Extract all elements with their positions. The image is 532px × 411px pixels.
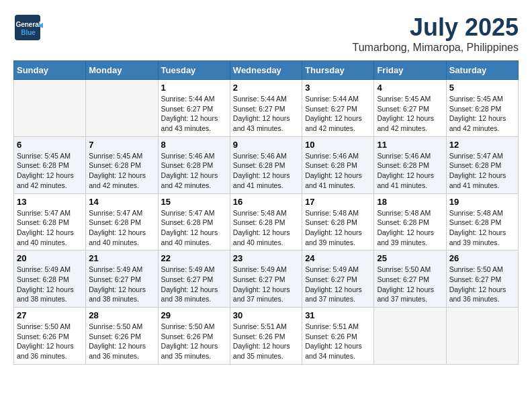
day-number: 11	[377, 140, 443, 150]
calendar-header-row: SundayMondayTuesdayWednesdayThursdayFrid…	[14, 61, 519, 80]
day-info: Sunrise: 5:50 AM Sunset: 6:27 PM Dayligh…	[449, 265, 515, 304]
day-info: Sunrise: 5:49 AM Sunset: 6:28 PM Dayligh…	[17, 265, 83, 304]
calendar-cell	[14, 80, 86, 137]
day-number: 21	[89, 253, 154, 263]
calendar-cell: 28Sunrise: 5:50 AM Sunset: 6:26 PM Dayli…	[86, 308, 158, 365]
day-number: 18	[377, 197, 443, 207]
calendar-cell: 12Sunrise: 5:47 AM Sunset: 6:28 PM Dayli…	[446, 136, 518, 193]
day-info: Sunrise: 5:44 AM Sunset: 6:27 PM Dayligh…	[161, 94, 227, 134]
day-info: Sunrise: 5:49 AM Sunset: 6:27 PM Dayligh…	[233, 265, 299, 304]
calendar-cell: 9Sunrise: 5:46 AM Sunset: 6:28 PM Daylig…	[230, 136, 302, 193]
day-number: 14	[89, 197, 154, 207]
day-number: 16	[233, 197, 299, 207]
calendar-cell: 5Sunrise: 5:45 AM Sunset: 6:28 PM Daylig…	[446, 80, 518, 137]
calendar-cell: 25Sunrise: 5:50 AM Sunset: 6:27 PM Dayli…	[374, 250, 446, 308]
day-of-week-wednesday: Wednesday	[230, 61, 302, 80]
logo-icon: General Blue	[13, 13, 43, 43]
day-info: Sunrise: 5:51 AM Sunset: 6:26 PM Dayligh…	[233, 322, 299, 361]
calendar-cell: 22Sunrise: 5:49 AM Sunset: 6:27 PM Dayli…	[158, 250, 230, 308]
day-info: Sunrise: 5:45 AM Sunset: 6:28 PM Dayligh…	[89, 151, 154, 191]
calendar-cell: 24Sunrise: 5:49 AM Sunset: 6:27 PM Dayli…	[302, 250, 374, 308]
day-info: Sunrise: 5:45 AM Sunset: 6:27 PM Dayligh…	[377, 94, 443, 134]
day-number: 28	[89, 310, 154, 320]
calendar-cell: 10Sunrise: 5:46 AM Sunset: 6:28 PM Dayli…	[302, 136, 374, 193]
day-info: Sunrise: 5:44 AM Sunset: 6:27 PM Dayligh…	[233, 94, 299, 134]
calendar-cell	[374, 308, 446, 365]
day-number: 27	[17, 310, 83, 320]
day-info: Sunrise: 5:48 AM Sunset: 6:28 PM Dayligh…	[449, 208, 515, 248]
calendar-cell: 4Sunrise: 5:45 AM Sunset: 6:27 PM Daylig…	[374, 80, 446, 137]
day-info: Sunrise: 5:45 AM Sunset: 6:28 PM Dayligh…	[449, 94, 515, 134]
day-number: 2	[233, 83, 299, 93]
day-info: Sunrise: 5:50 AM Sunset: 6:27 PM Dayligh…	[377, 265, 443, 304]
calendar-cell: 3Sunrise: 5:44 AM Sunset: 6:27 PM Daylig…	[302, 80, 374, 137]
calendar-week-row: 13Sunrise: 5:47 AM Sunset: 6:28 PM Dayli…	[14, 193, 519, 250]
day-of-week-tuesday: Tuesday	[158, 61, 230, 80]
page-subtitle: Tumarbong, Mimaropa, Philippines	[352, 42, 519, 54]
calendar-cell: 21Sunrise: 5:49 AM Sunset: 6:27 PM Dayli…	[86, 250, 158, 308]
day-number: 1	[161, 83, 227, 93]
day-info: Sunrise: 5:50 AM Sunset: 6:26 PM Dayligh…	[17, 322, 83, 361]
calendar-cell: 27Sunrise: 5:50 AM Sunset: 6:26 PM Dayli…	[14, 308, 86, 365]
day-info: Sunrise: 5:46 AM Sunset: 6:28 PM Dayligh…	[377, 151, 443, 191]
calendar-cell: 15Sunrise: 5:47 AM Sunset: 6:28 PM Dayli…	[158, 193, 230, 250]
day-info: Sunrise: 5:46 AM Sunset: 6:28 PM Dayligh…	[233, 151, 299, 191]
calendar-week-row: 27Sunrise: 5:50 AM Sunset: 6:26 PM Dayli…	[14, 308, 519, 365]
calendar-cell: 2Sunrise: 5:44 AM Sunset: 6:27 PM Daylig…	[230, 80, 302, 137]
day-of-week-saturday: Saturday	[446, 61, 518, 80]
day-number: 10	[305, 140, 371, 150]
day-number: 17	[305, 197, 371, 207]
page-title: July 2025	[352, 13, 519, 42]
day-number: 19	[449, 197, 515, 207]
calendar-cell: 13Sunrise: 5:47 AM Sunset: 6:28 PM Dayli…	[14, 193, 86, 250]
day-number: 31	[305, 310, 371, 320]
calendar-cell: 17Sunrise: 5:48 AM Sunset: 6:28 PM Dayli…	[302, 193, 374, 250]
day-number: 20	[17, 253, 83, 263]
day-number: 15	[161, 197, 227, 207]
day-number: 12	[449, 140, 515, 150]
day-info: Sunrise: 5:47 AM Sunset: 6:28 PM Dayligh…	[89, 208, 154, 248]
calendar-cell: 18Sunrise: 5:48 AM Sunset: 6:28 PM Dayli…	[374, 193, 446, 250]
calendar-cell: 7Sunrise: 5:45 AM Sunset: 6:28 PM Daylig…	[86, 136, 158, 193]
day-info: Sunrise: 5:48 AM Sunset: 6:28 PM Dayligh…	[305, 208, 371, 248]
day-info: Sunrise: 5:46 AM Sunset: 6:28 PM Dayligh…	[305, 151, 371, 191]
day-info: Sunrise: 5:47 AM Sunset: 6:28 PM Dayligh…	[17, 208, 83, 248]
day-of-week-thursday: Thursday	[302, 61, 374, 80]
day-number: 23	[233, 253, 299, 263]
day-of-week-friday: Friday	[374, 61, 446, 80]
page-header: General Blue July 2025 Tumarbong, Mimaro…	[13, 13, 519, 54]
day-info: Sunrise: 5:50 AM Sunset: 6:26 PM Dayligh…	[89, 322, 154, 361]
day-number: 3	[305, 83, 371, 93]
day-number: 8	[161, 140, 227, 150]
calendar-cell: 19Sunrise: 5:48 AM Sunset: 6:28 PM Dayli…	[446, 193, 518, 250]
day-info: Sunrise: 5:47 AM Sunset: 6:28 PM Dayligh…	[161, 208, 227, 248]
day-number: 22	[161, 253, 227, 263]
day-info: Sunrise: 5:49 AM Sunset: 6:27 PM Dayligh…	[161, 265, 227, 304]
calendar-cell	[446, 308, 518, 365]
day-info: Sunrise: 5:45 AM Sunset: 6:28 PM Dayligh…	[17, 151, 83, 191]
day-number: 7	[89, 140, 154, 150]
calendar-cell: 26Sunrise: 5:50 AM Sunset: 6:27 PM Dayli…	[446, 250, 518, 308]
calendar-week-row: 6Sunrise: 5:45 AM Sunset: 6:28 PM Daylig…	[14, 136, 519, 193]
calendar-week-row: 1Sunrise: 5:44 AM Sunset: 6:27 PM Daylig…	[14, 80, 519, 137]
calendar-cell: 29Sunrise: 5:50 AM Sunset: 6:26 PM Dayli…	[158, 308, 230, 365]
svg-text:General: General	[15, 21, 40, 28]
calendar-cell	[86, 80, 158, 137]
day-info: Sunrise: 5:48 AM Sunset: 6:28 PM Dayligh…	[233, 208, 299, 248]
day-of-week-sunday: Sunday	[14, 61, 86, 80]
day-number: 5	[449, 83, 515, 93]
day-number: 26	[449, 253, 515, 263]
day-number: 6	[17, 140, 83, 150]
calendar-cell: 31Sunrise: 5:51 AM Sunset: 6:26 PM Dayli…	[302, 308, 374, 365]
svg-text:Blue: Blue	[21, 29, 36, 36]
day-info: Sunrise: 5:44 AM Sunset: 6:27 PM Dayligh…	[305, 94, 371, 134]
day-number: 4	[377, 83, 443, 93]
day-info: Sunrise: 5:51 AM Sunset: 6:26 PM Dayligh…	[305, 322, 371, 361]
calendar-cell: 14Sunrise: 5:47 AM Sunset: 6:28 PM Dayli…	[86, 193, 158, 250]
day-info: Sunrise: 5:49 AM Sunset: 6:27 PM Dayligh…	[305, 265, 371, 304]
calendar-cell: 8Sunrise: 5:46 AM Sunset: 6:28 PM Daylig…	[158, 136, 230, 193]
calendar-cell: 23Sunrise: 5:49 AM Sunset: 6:27 PM Dayli…	[230, 250, 302, 308]
calendar-cell: 30Sunrise: 5:51 AM Sunset: 6:26 PM Dayli…	[230, 308, 302, 365]
calendar-cell: 1Sunrise: 5:44 AM Sunset: 6:27 PM Daylig…	[158, 80, 230, 137]
day-info: Sunrise: 5:48 AM Sunset: 6:28 PM Dayligh…	[377, 208, 443, 248]
